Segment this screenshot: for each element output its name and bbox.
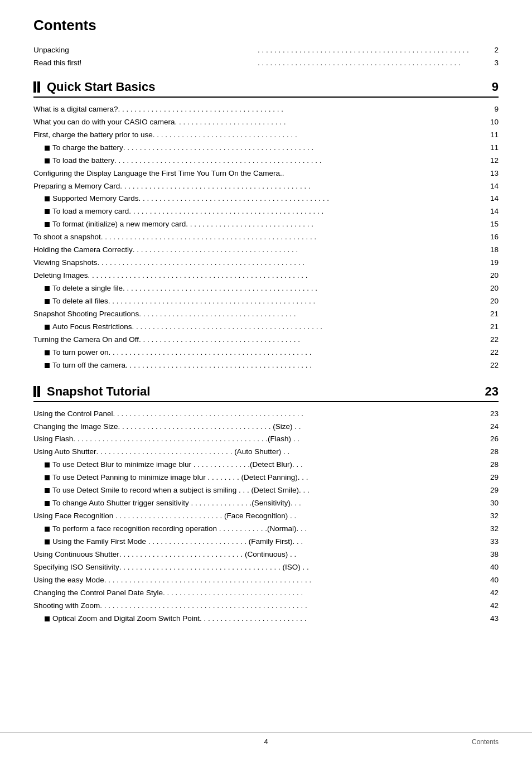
- bullet-content: Optical Zoom and Digital Zoom Switch Poi…: [52, 613, 499, 625]
- section1-page: 9: [492, 80, 499, 94]
- bullet-text: To delete all files: [52, 295, 108, 308]
- page-num: 26: [482, 433, 499, 446]
- page-num: 16: [482, 231, 499, 244]
- toc-entry-unpacking: Unpacking . . . . . . . . . . . . . . . …: [33, 44, 499, 57]
- page-num: 42: [482, 587, 499, 600]
- footer-page-number: 4: [188, 737, 344, 746]
- bullet-text: To turn off the camera: [52, 359, 125, 372]
- section2-page: 23: [485, 384, 499, 399]
- bullet-content: To charge the battery . . . . . . . . . …: [52, 142, 499, 155]
- page-num: 10: [482, 116, 499, 129]
- bullet-dots: . . . . . . . . . . . . . . . . . . . . …: [123, 142, 482, 155]
- dots: . . . . . . . . . . . . . . . . . . . . …: [118, 421, 482, 433]
- toc-entry-2: Using Flash . . . . . . . . . . . . . . …: [33, 433, 499, 446]
- bullet-dots: . . . . . . . . . . . . . . . . . . . . …: [132, 321, 482, 334]
- toc-entry-16: Optical Zoom and Digital Zoom Switch Poi…: [33, 613, 499, 625]
- dots: . . . . . . . . . . . . . . . . . . . . …: [73, 433, 482, 446]
- dots: . . . . . . . . . . . . . . . . . . . . …: [104, 574, 482, 587]
- bullet-text: Auto Focus Restrictions: [52, 321, 132, 334]
- dots: . . . . . . . . . . . . . . . . . . . . …: [100, 600, 482, 613]
- bullet-text: To use Detect Blur to minimize image blu…: [52, 459, 303, 471]
- dots: . . . . . . . . . . . . . . . . . . . . …: [133, 244, 482, 257]
- section1-title-text: Quick Start Basics: [47, 80, 155, 94]
- entry-text: Deleting Images: [33, 269, 88, 282]
- bullet-icon: [45, 299, 50, 304]
- entry-text: To shoot a snapshot: [33, 231, 101, 244]
- entry-text: Using the Control Panel: [33, 408, 113, 421]
- page-container: Contents Unpacking . . . . . . . . . . .…: [0, 0, 532, 757]
- page-num: 24: [482, 421, 499, 433]
- toc-entry-13: Using the easy Mode . . . . . . . . . . …: [33, 574, 499, 587]
- entry-text: Using Flash: [33, 433, 73, 446]
- toc-entry-7: Supported Memory Cards . . . . . . . . .…: [33, 192, 499, 205]
- toc-entry-4: To use Detect Blur to minimize image blu…: [33, 459, 499, 471]
- bullet-text: To load a memory card: [52, 205, 129, 218]
- toc-entry-13: Deleting Images . . . . . . . . . . . . …: [33, 269, 499, 282]
- entry-text: What you can do with your CASIO camera: [33, 116, 175, 129]
- entry-text: Preparing a Memory Card: [33, 180, 120, 193]
- bullet-icon: [45, 158, 50, 163]
- toc-entry-8: To load a memory card . . . . . . . . . …: [33, 205, 499, 218]
- page-num: 19: [482, 257, 499, 269]
- bullet-icon: [45, 325, 50, 330]
- bullet-dots: . . . . . . . . . . . . . . . . . . . . …: [114, 155, 482, 167]
- bullet-page: 11: [482, 142, 499, 155]
- entry-text: Read this first!: [33, 57, 258, 70]
- entry-text: Changing the Control Panel Date Style: [33, 587, 163, 600]
- bullet-dots: . . . . . . . . . . . . . . . . . . . . …: [109, 346, 482, 359]
- toc-entry-8: Using Face Recognition . . . . . . . . .…: [33, 510, 499, 523]
- dots: . . . . . . . . . . . . . . . . . . . . …: [139, 308, 482, 321]
- page-num: 14: [482, 180, 499, 193]
- entry-text: Configuring the Display Language the Fir…: [33, 167, 282, 180]
- toc-entry-18: Turning the Camera On and Off . . . . . …: [33, 334, 499, 346]
- page-num: 42: [482, 600, 499, 613]
- bar-left: [33, 81, 36, 93]
- dots: . . . . . . . . . . . . . . . . . . . . …: [175, 116, 482, 129]
- bullet-text: To change Auto Shutter trigger sensitivi…: [52, 497, 301, 510]
- bullet-page: 20: [482, 282, 499, 295]
- toc-entry-1: What you can do with your CASIO camera .…: [33, 116, 499, 129]
- page-num: 13: [482, 167, 499, 180]
- toc-entry-15: Shooting with Zoom . . . . . . . . . . .…: [33, 600, 499, 613]
- toc-entry-19: To turn power on . . . . . . . . . . . .…: [33, 346, 499, 359]
- bullet-text: To turn power on: [52, 346, 109, 359]
- page-num: 38: [482, 548, 499, 561]
- bullet-icon: [45, 363, 50, 368]
- toc-entry-read-this: Read this first! . . . . . . . . . . . .…: [33, 57, 499, 70]
- bullet-page: 14: [482, 205, 499, 218]
- bullet-text: To use Detect Panning to minimize image …: [52, 471, 308, 484]
- entry-text: Unpacking: [33, 44, 258, 57]
- bar2-left: [33, 386, 36, 397]
- toc-entry-9: To perform a face recognition recording …: [33, 523, 499, 536]
- page-num: 22: [482, 334, 499, 346]
- toc-entry-12: Viewing Snapshots . . . . . . . . . . . …: [33, 257, 499, 269]
- bullet-text: Using the Family First Mode . . . . . . …: [52, 536, 303, 548]
- section2-header: Snapshot Tutorial 23: [33, 384, 499, 402]
- bullet-content: To delete a single file . . . . . . . . …: [52, 282, 499, 295]
- bullet-page: 28: [482, 459, 499, 471]
- section1-entries: What is a digital camera? . . . . . . . …: [33, 103, 499, 372]
- bullet-page: 15: [482, 218, 499, 231]
- bullet-dots: . . . . . . . . . . . . . . . . . . . . …: [129, 205, 482, 218]
- entry-text: Using the easy Mode: [33, 574, 104, 587]
- toc-entry-0: Using the Control Panel . . . . . . . . …: [33, 408, 499, 421]
- bullet-page: 29: [482, 471, 499, 484]
- entry-text: First, charge the battery prior to use: [33, 129, 153, 142]
- bullet-page: 32: [482, 523, 499, 536]
- bullet-icon: [45, 527, 50, 532]
- page-num: 40: [482, 574, 499, 587]
- bullet-content: To load the battery . . . . . . . . . . …: [52, 155, 499, 167]
- bullet-page: 30: [482, 497, 499, 510]
- toc-entry-6: Preparing a Memory Card . . . . . . . . …: [33, 180, 499, 193]
- bullet-text: To delete a single file: [52, 282, 123, 295]
- page-num: 20: [482, 269, 499, 282]
- bullet-dots: . . . . . . . . . . . . . . . . . . . . …: [123, 282, 482, 295]
- toc-entry-0: What is a digital camera? . . . . . . . …: [33, 103, 499, 116]
- bullet-page: 22: [482, 346, 499, 359]
- dots: . . . . . . . . . . . . . . . . . . . . …: [119, 548, 482, 561]
- dots: . . . . . . . . . . . . . . . . . . . . …: [120, 180, 482, 193]
- toc-entry-5: Configuring the Display Language the Fir…: [33, 167, 499, 180]
- bullet-icon: [45, 146, 50, 151]
- bullet-icon: [45, 488, 50, 493]
- entry-text: Changing the Image Size: [33, 421, 118, 433]
